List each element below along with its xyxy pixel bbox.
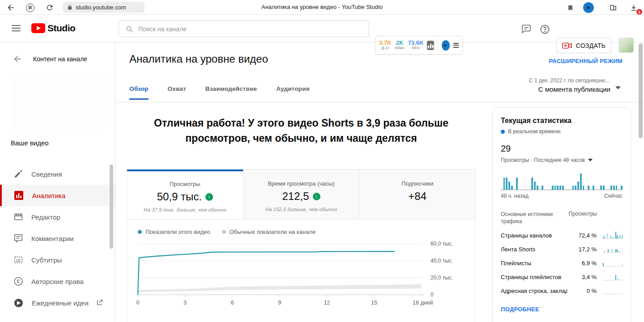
traffic-sparkline [603,232,623,239]
traffic-source-value: 72,4 % [567,232,597,239]
page-title: Аналитика на уровне видео [129,53,268,65]
traffic-row[interactable]: Лента Shorts 17,2 % [501,246,623,253]
up-arrow-icon: ↑ [313,193,320,200]
svg-text:18 дней: 18 дней [413,300,433,306]
metric-subscribers[interactable]: Подписчики +84 [359,169,475,219]
realtime-views-selector[interactable]: Просмотры · Последние 48 часов [501,157,623,163]
traffic-table-header: Основные источники трафика Просмотры [501,211,623,225]
date-picker-caret-icon[interactable] [615,86,621,89]
tab-reach[interactable]: Охват [168,85,186,100]
clapperboard-icon [13,212,23,222]
metric-label: Просмотры [127,181,243,187]
yandex-logo: Я [26,4,34,12]
help-icon[interactable] [539,23,550,35]
analytics-tabs: Обзор Охват Взаимодействие Аудитория [129,85,310,100]
search-input[interactable] [138,25,363,33]
browser-back-icon[interactable] [5,2,16,13]
yandex-browser-icon[interactable]: Я [25,2,35,13]
youtube-studio-logo[interactable]: Studio [31,23,75,34]
back-to-channel-content[interactable]: Контент на канале [13,54,87,64]
sidebar-item-label: Сведения [31,170,62,178]
back-label: Контент на канале [33,55,87,63]
downloads-icon[interactable]: 1 [628,2,639,13]
legend-typical: Обычные показатели на канале [222,229,316,235]
tabs-panel-icon[interactable] [608,2,618,13]
legend-dot-grey [222,230,226,234]
svg-text:0: 0 [136,300,140,306]
tab-engagement[interactable]: Взаимодействие [205,85,257,100]
traffic-row[interactable]: Плейлисты 6,9 % [501,259,623,267]
svg-text:9: 9 [278,300,281,306]
realtime-live-row: В реальном времени [501,128,623,135]
extension-avatar-icon[interactable] [583,2,594,13]
youtube-play-icon [31,23,45,33]
youtube-studio-app: Я studio.youtube.com Аналитика на уровне… [0,0,644,322]
date-range-text: С 1 дек. 2022 г. по сегодняшни… [529,77,610,84]
back-arrow-icon [13,54,22,64]
channel-search[interactable] [119,21,369,37]
metric-delta: На 37,9 тыс. больше, чем обычно [127,207,243,212]
svg-text:12: 12 [324,300,330,306]
traffic-row[interactable]: Страницы плейлистов 3,4 % [501,273,623,280]
menu-hamburger-icon[interactable] [12,25,21,31]
sidebar-item-analytics[interactable]: Аналитика [0,185,115,206]
svg-text:6: 6 [231,300,234,306]
feedback-icon[interactable] [520,23,532,35]
realtime-views-value: 29 [501,144,623,154]
legend-dot-teal [138,230,142,234]
sidebar-item-daily-ideas[interactable]: Ежедневные идеи [0,292,115,314]
realtime-see-more-link[interactable]: ПОДРОБНЕЕ [501,306,539,313]
metric-label: Время просмотра (часы) [243,180,359,187]
tab-audience[interactable]: Аудитория [276,85,310,100]
browser-bar: Я studio.youtube.com Аналитика на уровне… [0,0,644,15]
comment-icon [13,233,23,243]
sidebar-item-copyright[interactable]: Авторские права [0,271,115,292]
axis-left-label: 48 ч. назад [501,193,529,199]
metric-label: Подписчики [359,180,475,187]
refresh-icon[interactable] [44,2,55,13]
sidebar-item-editor[interactable]: Редактор [0,206,115,228]
sidebar-item-label: Аналитика [32,192,65,199]
lock-icon [67,4,73,10]
downloads-badge: 1 [636,9,642,15]
sidebar-item-label: Ежедневные идеи [32,299,89,307]
bookmark-icon[interactable] [565,2,576,13]
metric-tabs: Просмотры 50,9 тыс. ↑ На 37,9 тыс. больш… [127,169,475,220]
studio-header: Studio 3.7K 1г 2K 60мн 73.6K 48чс [0,15,644,42]
studio-logo-text: Studio [47,23,75,34]
sidebar-item-subtitles[interactable]: Субтитры [0,249,115,271]
live-label: В реальном времени [508,128,560,135]
traffic-source-value: 17,2 % [567,246,597,253]
metric-views[interactable]: Просмотры 50,9 тыс. ↑ На 37,9 тыс. больш… [127,169,243,219]
date-range-picker[interactable]: С 1 дек. 2022 г. по сегодняшни… С момент… [529,77,610,93]
overview-card: Просмотры 50,9 тыс. ↑ На 37,9 тыс. больш… [127,169,476,322]
chevron-down-icon [588,159,593,161]
realtime-card: Текущая статистика В реальном времени 29… [492,107,631,322]
metric-value: +84 [359,190,475,203]
svg-text:0: 0 [431,292,434,298]
daily-ideas-icon [13,298,24,308]
sidebar-item-details[interactable]: Сведения [0,163,115,185]
svg-text:3: 3 [183,300,187,306]
sidebar-item-label: Авторские права [31,278,84,285]
sidebar-menu: Сведения Аналитика Редактор [0,163,115,314]
sidebar-item-comments[interactable]: Комментарии [0,228,115,249]
metric-value: 212,5 ↑ [243,190,359,203]
search-icon [125,25,133,33]
traffic-row[interactable]: Адресная строка, закладк… 0 % [501,287,623,294]
views-line-chart[interactable]: 020,0 тыс.40,0 тыс.60,0 тыс.0369121518 д… [127,235,476,308]
page-scrollbar[interactable] [639,43,643,138]
sidebar-scrollbar[interactable] [110,165,113,249]
analytics-icon [13,190,24,201]
advanced-mode-link[interactable]: РАСШИРЕННЫЙ РЕЖИМ [549,58,623,64]
realtime-bar-chart[interactable] [501,173,623,190]
traffic-source-name: Страницы каналов [501,232,567,239]
tab-overview[interactable]: Обзор [129,85,149,100]
page-content: Контент на канале Ваше видео Сведения Ан… [0,42,644,322]
traffic-source-name: Страницы плейлистов [501,274,567,280]
sidebar-item-label: Субтитры [31,256,62,264]
address-bar[interactable]: studio.youtube.com [63,2,145,13]
metric-watch-time[interactable]: Время просмотра (часы) 212,5 ↑ На 152,5 … [243,169,360,219]
traffic-row[interactable]: Страницы каналов 72,4 % [501,232,623,239]
live-dot-icon [501,130,505,134]
